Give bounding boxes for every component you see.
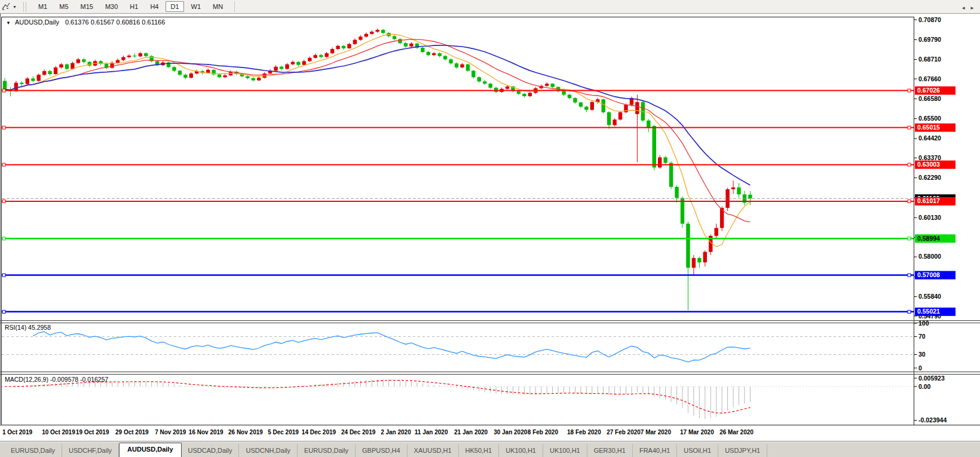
svg-text:0: 0 xyxy=(918,364,922,372)
timeframe-button-d1[interactable]: D1 xyxy=(166,1,183,12)
chart-ohlc-values: 0.61376 0.61567 0.60816 0.61166 xyxy=(65,19,165,26)
svg-text:0.63370: 0.63370 xyxy=(918,154,941,161)
timeframe-button-h4[interactable]: H4 xyxy=(145,1,163,12)
horizontal-level-lines[interactable] xyxy=(2,89,914,313)
chart-symbol-period: AUDUSD,Daily xyxy=(15,19,59,26)
tab-scroll-left-icon[interactable]: ◄ xyxy=(961,5,966,11)
chart-tab-fra40-h1[interactable]: FRA40,H1 xyxy=(633,444,677,457)
date-axis-label: 18 Feb 2020 xyxy=(567,429,601,435)
date-axis-label: 7 Nov 2019 xyxy=(155,429,186,435)
svg-text:0.69790: 0.69790 xyxy=(918,36,941,43)
chart-tabs: EURUSD,DailyUSDCHF,DailyAUDUSD,DailyUSDC… xyxy=(4,443,767,457)
date-axis-label: 2 Jan 2020 xyxy=(381,429,411,435)
date-axis-label: 26 Nov 2019 xyxy=(228,429,263,435)
chart-tab-gbpusd-h4[interactable]: GBPUSD,H4 xyxy=(356,444,408,457)
chart-title: ▼AUDUSD,Daily0.61376 0.61567 0.60816 0.6… xyxy=(6,19,165,26)
svg-text:30: 30 xyxy=(918,351,926,358)
svg-text:0.55021: 0.55021 xyxy=(917,308,940,315)
timeframe-buttons: M1M5M15M30H1H4D1W1MN xyxy=(32,1,229,12)
date-axis-label: 29 Oct 2019 xyxy=(115,429,149,435)
date-axis-label: 8 Feb 2020 xyxy=(528,429,558,435)
candles-layer xyxy=(3,28,752,310)
toolbar-drag-handle[interactable] xyxy=(23,2,26,11)
ma-fast-line xyxy=(5,35,750,247)
chart-tab-usdcad-daily[interactable]: USDCAD,Daily xyxy=(182,444,240,457)
svg-text:-0.023944: -0.023944 xyxy=(918,416,947,424)
date-axis-label: 11 Jan 2020 xyxy=(415,429,448,435)
tab-scroll-right-icon[interactable]: ► xyxy=(970,5,975,11)
svg-text:0.55840: 0.55840 xyxy=(918,293,941,300)
svg-text:0.63003: 0.63003 xyxy=(917,161,940,168)
date-axis-label: 5 Dec 2019 xyxy=(268,429,299,435)
chart-tab-audusd-daily[interactable]: AUDUSD,Daily xyxy=(119,443,181,457)
collapse-chart-icon[interactable]: ▼ xyxy=(6,20,11,26)
svg-text:0.65500: 0.65500 xyxy=(918,115,941,122)
svg-text:0.64420: 0.64420 xyxy=(918,134,941,142)
svg-text:0.58000: 0.58000 xyxy=(918,253,941,260)
chart-tab-uk100-h1[interactable]: UK100,H1 xyxy=(499,444,543,457)
date-axis-label: 27 Feb 2020 xyxy=(607,429,641,435)
timeframe-button-m5[interactable]: M5 xyxy=(54,1,73,12)
svg-text:0.62290: 0.62290 xyxy=(918,174,941,181)
svg-text:0.60130: 0.60130 xyxy=(918,214,941,221)
chart-tab-usdcnh-daily[interactable]: USDCNH,Daily xyxy=(239,444,298,457)
svg-text:0.61017: 0.61017 xyxy=(917,197,940,204)
chart-tab-usdjpy-h1[interactable]: USDJPY,H1 xyxy=(718,444,767,457)
timeframe-button-m30[interactable]: M30 xyxy=(100,1,122,12)
chart-tab-eurusd-daily[interactable]: EURUSD,Daily xyxy=(298,444,356,457)
date-axis-label: 1 Oct 2019 xyxy=(2,429,32,435)
svg-text:0.58994: 0.58994 xyxy=(917,235,940,242)
indicator-level-lines xyxy=(2,337,914,387)
timeframe-button-w1[interactable]: W1 xyxy=(186,1,206,12)
chevron-down-icon[interactable]: ▼ xyxy=(13,5,17,9)
timeframe-button-h1[interactable]: H1 xyxy=(125,1,143,12)
svg-text:100: 100 xyxy=(918,320,929,327)
chart-canvas[interactable]: 0.708700.697900.687100.676600.665800.655… xyxy=(0,0,980,457)
mt4-window: ▼ M1M5M15M30H1H4D1W1MN 0.708700.697900.6… xyxy=(0,0,980,457)
svg-text:0.67026: 0.67026 xyxy=(917,87,940,94)
chart-tab-eurusd-daily[interactable]: EURUSD,Daily xyxy=(4,444,62,457)
chart-tab-xauusd-h1[interactable]: XAUUSD,H1 xyxy=(408,444,459,457)
svg-text:0.66580: 0.66580 xyxy=(918,95,941,102)
date-axis: 1 Oct 201910 Oct 201919 Oct 201929 Oct 2… xyxy=(0,426,980,441)
timeframe-button-m15[interactable]: M15 xyxy=(76,1,98,12)
chart-tab-usoil-h1[interactable]: USOil,H1 xyxy=(677,444,718,457)
timeframe-toolbar: ▼ M1M5M15M30H1H4D1W1MN xyxy=(0,0,980,14)
price-axis: 0.708700.697900.687100.676600.665800.655… xyxy=(914,16,947,424)
svg-text:0.68710: 0.68710 xyxy=(918,56,941,63)
date-axis-label: 24 Dec 2019 xyxy=(341,429,375,435)
date-axis-label: 14 Dec 2019 xyxy=(302,429,336,435)
date-axis-label: 10 Oct 2019 xyxy=(42,429,75,435)
chart-frame xyxy=(2,17,914,425)
svg-text:0.57008: 0.57008 xyxy=(917,271,940,278)
ma-medium-line xyxy=(5,39,750,222)
macd-indicator-label: MACD(12,26,9) -0.009578 -0.016257 xyxy=(5,376,108,383)
chart-tab-ger30-h1[interactable]: GER30,H1 xyxy=(587,444,633,457)
date-axis-label: 26 Mar 2020 xyxy=(719,429,754,435)
date-axis-label: 19 Oct 2019 xyxy=(76,429,109,435)
svg-text:70: 70 xyxy=(918,333,926,340)
timeframe-button-m1[interactable]: M1 xyxy=(33,1,52,12)
toolbar-separator xyxy=(234,1,235,12)
date-axis-label: 16 Nov 2019 xyxy=(189,429,223,435)
svg-text:0.65015: 0.65015 xyxy=(917,124,940,131)
rsi-indicator-label: RSI(14) 45.2958 xyxy=(5,324,51,331)
macd-histogram xyxy=(5,379,750,419)
chart-tab-uk100-h1[interactable]: UK100,H1 xyxy=(543,444,587,457)
svg-text:0.005923: 0.005923 xyxy=(918,375,945,382)
timeframe-button-mn[interactable]: MN xyxy=(208,1,228,12)
date-axis-label: 7 Mar 2020 xyxy=(641,429,671,435)
date-axis-label: 21 Jan 2020 xyxy=(454,429,488,435)
chart-tab-usdchf-daily[interactable]: USDCHF,Daily xyxy=(62,444,119,457)
tab-scroll-arrows: ◄► xyxy=(957,5,975,11)
chart-tools-icon[interactable] xyxy=(1,2,11,11)
chart-tab-bar: EURUSD,DailyUSDCHF,DailyAUDUSD,DailyUSDC… xyxy=(0,441,980,457)
svg-text:0.70870: 0.70870 xyxy=(918,16,941,23)
chart-tab-hk50-h1[interactable]: HK50,H1 xyxy=(459,444,500,457)
svg-text:0.67660: 0.67660 xyxy=(918,75,941,82)
date-axis-label: 17 Mar 2020 xyxy=(680,429,714,435)
rsi-line xyxy=(33,332,750,362)
svg-text:0.00: 0.00 xyxy=(918,383,931,390)
date-axis-label: 30 Jan 2020 xyxy=(494,429,527,435)
